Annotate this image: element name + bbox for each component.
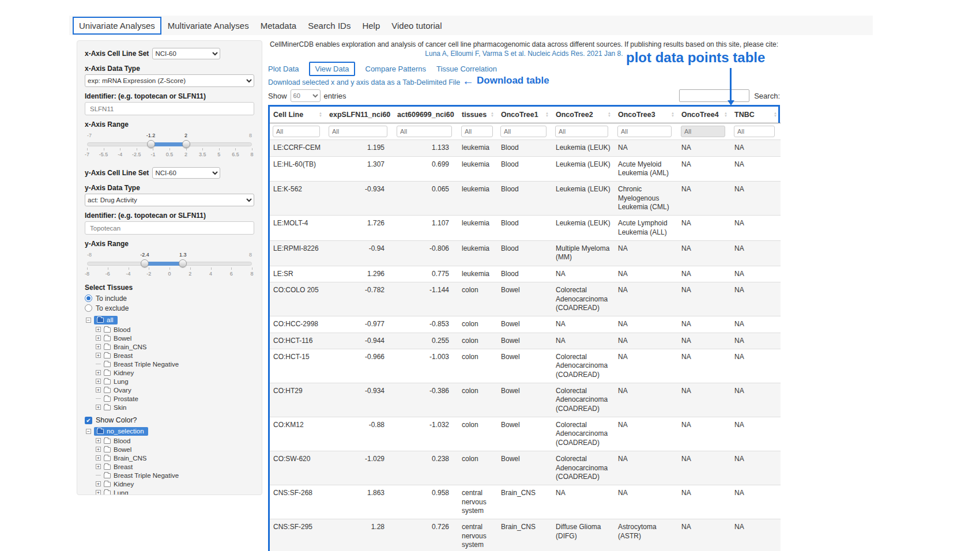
filter-input-oncotree4[interactable] (681, 126, 725, 137)
tree-item-ovary[interactable]: +Ovary (96, 386, 254, 394)
nav-tab-multivariate-analyses[interactable]: Multivariate Analyses (163, 18, 254, 33)
expand-icon[interactable]: + (96, 379, 101, 384)
expand-icon[interactable]: + (96, 490, 101, 495)
tree-item-breast[interactable]: +Breast (96, 462, 254, 471)
nav-tab-help[interactable]: Help (357, 18, 385, 33)
tree-item-bowel[interactable]: +Bowel (96, 334, 254, 342)
sort-icon[interactable]: ▲▼ (774, 112, 777, 118)
tree-item-lung[interactable]: +Lung (96, 377, 254, 386)
tree-item-kidney[interactable]: +Kidney (96, 368, 254, 377)
slider-tick-label: -1 (150, 152, 155, 157)
tree-item-kidney[interactable]: +Kidney (96, 480, 254, 488)
x-axis-range-slider[interactable]: -78-1.22-7-5.5-4-2.5-10.523.556.58 (87, 130, 252, 159)
expand-icon[interactable]: + (96, 481, 101, 486)
filter-input-tissues[interactable] (461, 126, 493, 137)
cell: CO:SW-620 (270, 451, 326, 485)
radio-icon (85, 304, 92, 312)
column-header-oncotree2[interactable]: ▲▼OncoTree2 (552, 107, 615, 123)
column-header-expslfn11-nci60[interactable]: ▲▼expSLFN11_nci60 (326, 107, 394, 123)
filter-input-oncotree1[interactable] (500, 126, 546, 137)
slider-tick (149, 267, 149, 270)
tree-item-skin[interactable]: +Skin (96, 403, 254, 412)
nav-tab-video-tutorial[interactable]: Video tutorial (386, 18, 447, 33)
y-axis-data-type-select[interactable]: act: Drug Activity (85, 194, 254, 206)
expand-icon[interactable]: + (96, 370, 101, 375)
sort-icon[interactable]: ▲▼ (491, 112, 494, 118)
cell: 1.195 (326, 140, 394, 156)
tree-item-breast[interactable]: +Breast (96, 351, 254, 360)
collapse-icon[interactable]: − (86, 318, 91, 323)
tab-tissue-correlation[interactable]: Tissue Correlation (436, 63, 497, 75)
filter-input-cell-line[interactable] (273, 126, 320, 137)
expand-icon[interactable]: + (96, 405, 101, 410)
expand-icon[interactable]: + (96, 455, 101, 461)
tab-plot-data[interactable]: Plot Data (268, 63, 299, 75)
filter-input-oncotree2[interactable] (555, 126, 608, 137)
expand-icon[interactable]: + (96, 447, 101, 452)
nav-tab-univariate-analyses[interactable]: Univariate Analyses (73, 17, 161, 35)
tree-root-no-selection[interactable]: no_selection (94, 427, 148, 436)
tree-item-breast-triple-negative[interactable]: Breast Triple Negative (96, 471, 254, 480)
column-header-act609699-nci60[interactable]: ▲▼act609699_nci60 (394, 107, 458, 123)
sort-icon[interactable]: ▲▼ (724, 112, 728, 118)
entries-select[interactable]: 60 (291, 89, 321, 102)
tree-root-all[interactable]: all (94, 316, 118, 324)
tree-item-prostate[interactable]: Prostate (96, 394, 254, 403)
tree-item-bowel[interactable]: +Bowel (96, 445, 254, 454)
radio-to-exclude[interactable]: To exclude (85, 303, 254, 313)
expand-icon[interactable]: + (96, 344, 101, 349)
slider-tick-label: -8 (85, 271, 89, 277)
tree-item-brain-cns[interactable]: +Brain_CNS (96, 342, 254, 351)
y-axis-identifier-input[interactable] (85, 221, 254, 235)
download-tab-delimited-link[interactable]: Download selected x and y axis data as a… (268, 78, 460, 86)
slider-handle-from[interactable] (141, 259, 149, 267)
sort-icon[interactable]: ▲▼ (608, 112, 611, 118)
collapse-icon[interactable]: − (86, 429, 91, 434)
filter-input-tnbc[interactable] (734, 126, 775, 137)
expand-icon[interactable]: + (96, 335, 101, 341)
cell: NA (731, 266, 781, 282)
slider-handle-to[interactable] (182, 140, 190, 148)
filter-input-expslfn11-nci60[interactable] (329, 126, 387, 137)
tree-item-blood[interactable]: +Blood (96, 436, 254, 445)
slider-handle-from[interactable] (147, 140, 155, 148)
nav-tab-search-ids[interactable]: Search IDs (303, 18, 356, 33)
show-color-checkbox[interactable]: ✔ (85, 417, 92, 424)
expand-icon[interactable]: + (96, 327, 101, 332)
column-header-oncotree1[interactable]: ▲▼OncoTree1 (497, 107, 552, 123)
tree-item-blood[interactable]: +Blood (96, 325, 254, 334)
tree-item-breast-triple-negative[interactable]: Breast Triple Negative (96, 360, 254, 368)
tab-compare-patterns[interactable]: Compare Patterns (365, 63, 427, 75)
expand-icon[interactable]: + (96, 464, 101, 469)
radio-to-include[interactable]: To include (85, 293, 254, 303)
nav-tab-metadata[interactable]: Metadata (255, 18, 302, 33)
sort-icon[interactable]: ▲▼ (545, 112, 549, 118)
x-axis-identifier-input[interactable] (85, 102, 254, 115)
folder-icon (104, 447, 111, 452)
filter-input-oncotree3[interactable] (617, 126, 672, 137)
tree-item-lung[interactable]: +Lung (96, 488, 254, 495)
column-header-tissues[interactable]: ▲▼tissues (458, 107, 497, 123)
y-axis-range-slider[interactable]: -88-2.41.3-8-6-4-202468 (87, 250, 252, 278)
filter-input-act609699-nci60[interactable] (397, 126, 452, 137)
search-input[interactable] (679, 89, 749, 102)
cell: -0.88 (326, 417, 394, 451)
tree-item-label: Blood (114, 437, 130, 444)
column-header-oncotree4[interactable]: ▲▼OncoTree4 (678, 107, 731, 123)
expand-icon[interactable]: + (96, 387, 101, 393)
x-axis-data-type-select[interactable]: exp: mRNA Expression (Z-Score) (85, 74, 254, 87)
x-axis-cell-line-set-select[interactable]: NCI-60 (152, 48, 220, 59)
tree-item-label: Blood (114, 326, 130, 333)
column-header-oncotree3[interactable]: ▲▼OncoTree3 (615, 107, 678, 123)
expand-icon[interactable]: + (96, 353, 101, 358)
column-header-tnbc[interactable]: ▲▼TNBC (731, 107, 781, 123)
y-axis-cell-line-set-select[interactable]: NCI-60 (152, 167, 220, 179)
cell: colon (458, 316, 497, 333)
slider-handle-to[interactable] (179, 259, 187, 267)
expand-icon[interactable]: + (96, 438, 101, 443)
column-header-cell-line[interactable]: ▲▼Cell Line (270, 107, 326, 123)
sort-icon[interactable]: ▲▼ (319, 112, 322, 118)
tree-item-brain-cns[interactable]: +Brain_CNS (96, 454, 254, 462)
sort-icon[interactable]: ▲▼ (671, 112, 674, 118)
tab-view-data[interactable]: View Data (309, 62, 355, 76)
